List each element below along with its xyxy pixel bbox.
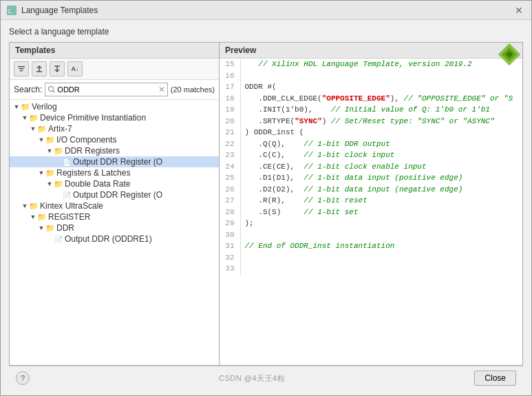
line-content-19: .INIT(1'b0), // Initial value of Q: 1'b0… bbox=[240, 104, 522, 116]
tree-label-output-ddr2: Output DDR Register (O bbox=[73, 190, 162, 200]
line-content-26: .D2(D2), // 1-bit data input (negative e… bbox=[240, 184, 522, 196]
tree-toggle-artix[interactable]: ▼ bbox=[29, 125, 37, 133]
expand-button[interactable] bbox=[50, 61, 65, 76]
line-content-28: .S(S) // 1-bit set bbox=[240, 207, 522, 218]
collapse-icon bbox=[35, 65, 43, 73]
line-content-25: .D1(D1), // 1-bit data input (positive e… bbox=[240, 172, 522, 184]
tree-toggle-verilog[interactable]: ▼ bbox=[12, 103, 21, 111]
line-num-22: 22 bbox=[220, 138, 240, 150]
tree-item-io-components[interactable]: ▼ 📁 I/O Components bbox=[10, 134, 219, 145]
line-num-31: 31 bbox=[220, 240, 240, 252]
line-content-32 bbox=[240, 252, 522, 264]
comment-25: // 1-bit data input (positive edge) bbox=[304, 174, 462, 182]
line-num-26: 26 bbox=[220, 184, 240, 196]
tree-label-output-ddr: Output DDR Register (O bbox=[73, 157, 162, 167]
tree-toggle-device[interactable]: ▼ bbox=[21, 114, 29, 122]
line-num-20: 20 bbox=[220, 116, 240, 127]
tree-toggle-ddr[interactable]: ▼ bbox=[45, 180, 54, 188]
folder-icon-artix: 📁 bbox=[37, 124, 47, 134]
tree-item-register[interactable]: ▼ 📁 REGISTER bbox=[10, 211, 219, 222]
help-button[interactable]: ? bbox=[16, 371, 30, 385]
code-line-28: 28 .S(S) // 1-bit set bbox=[220, 207, 522, 218]
tree-item-artix7[interactable]: ▼ 📁 Artix-7 bbox=[10, 123, 219, 134]
line-num-28: 28 bbox=[220, 207, 240, 218]
window-close-button[interactable]: ✕ bbox=[512, 6, 526, 15]
line-num-21: 21 bbox=[220, 127, 240, 138]
comment-26: // 1-bit data input (negative edge) bbox=[304, 185, 462, 194]
line-content-24: .CE(CE), // 1-bit clock enable input bbox=[240, 161, 522, 173]
tree-item-output-ddr-reg[interactable]: 📄 Output DDR Register (O bbox=[10, 156, 219, 167]
code-table: 15 // Xilinx HDL Language Template, vers… bbox=[220, 59, 522, 275]
tree-toggle-ddr2[interactable]: ▼ bbox=[37, 224, 45, 232]
tree-container[interactable]: ▼ 📁 Verilog ▼ 📁 Device Primitive Instant… bbox=[10, 100, 219, 365]
matches-label: (20 matches) bbox=[171, 85, 215, 94]
string-sync: "SYNC" bbox=[295, 117, 322, 125]
code-line-33: 33 bbox=[220, 263, 522, 275]
code-line-32: 32 bbox=[220, 252, 522, 264]
spacer bbox=[54, 158, 62, 166]
content-area: Select a language template Templates bbox=[1, 20, 531, 395]
tree-item-reg-latches[interactable]: ▼ 📁 Registers & Latches bbox=[10, 167, 219, 178]
search-clear-button[interactable]: ✕ bbox=[158, 85, 165, 94]
tree-toggle-register[interactable]: ▼ bbox=[29, 213, 37, 221]
tree-toggle-kintex[interactable]: ▼ bbox=[21, 202, 29, 210]
line-content-15: // Xilinx HDL Language Template, version… bbox=[240, 59, 522, 70]
tree-item-output-ddr-reg2[interactable]: 📄 Output DDR Register (O bbox=[10, 189, 219, 200]
tree-item-double-data-rate[interactable]: ▼ 📁 Double Data Rate bbox=[10, 178, 219, 189]
code-line-18: 18 .DDR_CLK_EDGE("OPPOSITE_EDGE"), // "O… bbox=[220, 93, 522, 105]
code-line-20: 20 .SRTYPE("SYNC") // Set/Reset type: "S… bbox=[220, 116, 522, 127]
folder-icon-register: 📁 bbox=[37, 212, 47, 222]
line-content-29: ); bbox=[240, 218, 522, 229]
search-input[interactable] bbox=[57, 85, 158, 94]
tree-item-oddre1[interactable]: 📄 Output DDR (ODDRE1) bbox=[10, 233, 219, 244]
line-content-33 bbox=[240, 263, 522, 275]
tree-toggle-ddr-reg[interactable]: ▼ bbox=[45, 147, 54, 155]
line-num-18: 18 bbox=[220, 93, 240, 105]
line-num-24: 24 bbox=[220, 161, 240, 173]
filter-button[interactable] bbox=[14, 61, 29, 76]
line-num-30: 30 bbox=[220, 229, 240, 241]
code-line-24: 24 .CE(CE), // 1-bit clock enable input bbox=[220, 161, 522, 173]
svg-line-13 bbox=[53, 91, 55, 93]
tree-item-device-primitive[interactable]: ▼ 📁 Device Primitive Instantiation bbox=[10, 112, 219, 123]
line-content-16 bbox=[240, 70, 522, 82]
code-line-26: 26 .D2(D2), // 1-bit data input (negativ… bbox=[220, 184, 522, 196]
comment-27: // 1-bit reset bbox=[304, 196, 367, 205]
comment-text: // Xilinx HDL Language Template, version… bbox=[245, 60, 472, 68]
tree-label-verilog: Verilog bbox=[32, 102, 57, 112]
tree-label-artix: Artix-7 bbox=[48, 124, 72, 134]
tree-toggle-reg-latches[interactable]: ▼ bbox=[37, 169, 45, 177]
logo-area bbox=[497, 42, 522, 69]
tree-item-ddr2[interactable]: ▼ 📁 DDR bbox=[10, 222, 219, 233]
tree-toggle-io[interactable]: ▼ bbox=[37, 136, 45, 144]
close-button[interactable]: Close bbox=[474, 371, 516, 386]
code-line-19: 19 .INIT(1'b0), // Initial value of Q: 1… bbox=[220, 104, 522, 116]
sort-button[interactable]: A↓ bbox=[67, 61, 83, 76]
line-num-33: 33 bbox=[220, 263, 240, 275]
tree-label-ddr2: DDR bbox=[56, 223, 74, 233]
tree-label-io: I/O Components bbox=[56, 135, 116, 145]
tree-item-verilog[interactable]: ▼ 📁 Verilog bbox=[10, 101, 219, 112]
svg-point-12 bbox=[49, 87, 54, 92]
search-input-wrap[interactable]: ✕ bbox=[45, 83, 167, 96]
collapse-button[interactable] bbox=[32, 61, 47, 76]
line-content-17: ODDR #( bbox=[240, 81, 522, 93]
search-label: Search: bbox=[14, 85, 42, 94]
tree-item-kintex[interactable]: ▼ 📁 Kintex UltraScale bbox=[10, 200, 219, 211]
tree-label-double-data-rate: Double Data Rate bbox=[65, 179, 130, 189]
code-line-29: 29 ); bbox=[220, 218, 522, 229]
title-bar-left: L Language Templates bbox=[6, 5, 98, 16]
tree-item-ddr-registers[interactable]: ▼ 📁 DDR Registers bbox=[10, 145, 219, 156]
folder-icon-ddr2: 📁 bbox=[45, 223, 55, 233]
main-panels: Templates bbox=[9, 42, 523, 366]
code-line-16: 16 bbox=[220, 70, 522, 82]
folder-icon-io: 📁 bbox=[45, 135, 55, 145]
main-window: L Language Templates ✕ Select a language… bbox=[0, 0, 532, 396]
code-line-31: 31 // End of ODDR_inst instantiation bbox=[220, 240, 522, 252]
svg-rect-5 bbox=[18, 66, 25, 67]
spacer bbox=[45, 235, 54, 243]
line-num-23: 23 bbox=[220, 149, 240, 161]
line-content-18: .DDR_CLK_EDGE("OPPOSITE_EDGE"), // "OPPO… bbox=[240, 93, 522, 105]
tree-label-kintex: Kintex UltraScale bbox=[40, 201, 103, 211]
code-area[interactable]: 15 // Xilinx HDL Language Template, vers… bbox=[220, 59, 522, 365]
